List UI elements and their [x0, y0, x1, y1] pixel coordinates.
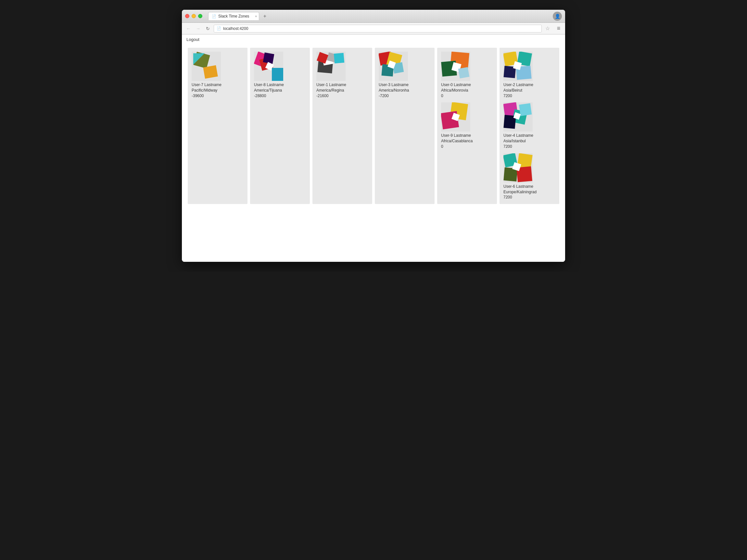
- user-card-user3: User-3 Lastname America/Noronha -7200: [379, 52, 431, 98]
- user-info-user9: User-9 Lastname Africa/Casablanca 0: [441, 133, 493, 149]
- user-card-user4: User-4 Lastname Asia/Istanbul 7200: [504, 102, 556, 149]
- user-offset-user8: -28800: [254, 93, 306, 99]
- time-column-2: User-1 Lastname America/Regina -21600: [312, 48, 372, 204]
- tab-favicon-icon: 📄: [212, 14, 216, 19]
- user-name-user2: User-2 Lastname: [504, 82, 556, 88]
- user-avatar-user2: [504, 52, 533, 81]
- user-card-user7: User-7 Lastname Pacific/Midway -39600: [191, 52, 243, 98]
- user-info-user6: User-6 Lastname Europe/Kaliningrad 7200: [504, 184, 556, 200]
- time-column-3: User-3 Lastname America/Noronha -7200: [375, 48, 435, 204]
- user-timezone-user0: Africa/Monrovia: [441, 88, 493, 93]
- user-avatar-user3: [379, 52, 408, 81]
- time-column-1: User-8 Lastname America/Tijuana -28800: [250, 48, 310, 204]
- time-column-5: User-2 Lastname Asia/Beirut 7200: [499, 48, 559, 204]
- profile-icon[interactable]: 👤: [553, 12, 562, 21]
- svg-marker-9: [272, 68, 283, 81]
- user-timezone-user3: America/Noronha: [379, 88, 431, 93]
- user-offset-user4: 7200: [504, 144, 556, 149]
- browser-window: 📄 Slack Time Zones × + 👤 ← → ↻ 📄 localho…: [182, 10, 565, 262]
- logout-link[interactable]: Logout: [186, 37, 200, 42]
- svg-rect-7: [263, 53, 275, 64]
- traffic-lights: [185, 14, 202, 18]
- user-avatar-user4: [504, 102, 533, 131]
- address-text: localhost:4200: [223, 26, 248, 31]
- user-card-user9: User-9 Lastname Africa/Casablanca 0: [441, 102, 493, 149]
- back-button[interactable]: ←: [184, 25, 192, 32]
- refresh-button[interactable]: ↻: [204, 25, 212, 32]
- user-timezone-user6: Europe/Kaliningrad: [504, 189, 556, 195]
- active-tab[interactable]: 📄 Slack Time Zones ×: [208, 12, 259, 20]
- user-info-user7: User-7 Lastname Pacific/Midway -39600: [191, 82, 243, 98]
- time-column-0: User-7 Lastname Pacific/Midway -39600: [188, 48, 248, 204]
- user-info-user1: User-1 Lastname America/Regina -21600: [316, 82, 368, 98]
- user-card-user1: User-1 Lastname America/Regina -21600: [316, 52, 368, 98]
- bookmark-button[interactable]: ☆: [544, 25, 551, 32]
- users-grid: User-7 Lastname Pacific/Midway -39600: [182, 45, 565, 207]
- user-info-user8: User-8 Lastname America/Tijuana -28800: [254, 82, 306, 98]
- user-offset-user1: -21600: [316, 93, 368, 99]
- user-timezone-user2: Asia/Beirut: [504, 88, 556, 93]
- address-bar: ← → ↻ 📄 localhost:4200 ☆ ≡: [182, 23, 565, 34]
- user-offset-user0: 0: [441, 93, 493, 99]
- user-name-user6: User-6 Lastname: [504, 184, 556, 189]
- svg-rect-26: [458, 67, 470, 79]
- user-offset-user7: -39600: [191, 93, 243, 99]
- user-name-user9: User-9 Lastname: [441, 133, 493, 138]
- user-info-user0: User-0 Lastname Africa/Monrovia 0: [441, 82, 493, 98]
- user-avatar-user6: [504, 153, 533, 182]
- tab-title: Slack Time Zones: [218, 14, 249, 19]
- user-name-user0: User-0 Lastname: [441, 82, 493, 88]
- user-card-user6: User-6 Lastname Europe/Kaliningrad 7200: [504, 153, 556, 200]
- user-timezone-user7: Pacific/Midway: [191, 88, 243, 93]
- user-card-user8: User-8 Lastname America/Tijuana -28800: [254, 52, 306, 98]
- user-timezone-user8: America/Tijuana: [254, 88, 306, 93]
- user-timezone-user1: America/Regina: [316, 88, 368, 93]
- user-offset-user2: 7200: [504, 93, 556, 99]
- user-offset-user6: 7200: [504, 195, 556, 200]
- user-timezone-user4: Asia/Istanbul: [504, 138, 556, 144]
- svg-rect-41: [519, 103, 532, 116]
- user-avatar-user7: [191, 52, 221, 81]
- user-avatar-user1: [316, 52, 345, 81]
- new-tab-button[interactable]: +: [260, 12, 269, 21]
- logout-bar: Logout: [182, 34, 565, 45]
- user-name-user4: User-4 Lastname: [504, 133, 556, 138]
- tab-bar: 📄 Slack Time Zones × +: [208, 12, 550, 21]
- user-timezone-user9: Africa/Casablanca: [441, 138, 493, 144]
- page-content: Logout: [182, 34, 565, 262]
- close-button[interactable]: [185, 14, 189, 18]
- menu-button[interactable]: ≡: [555, 25, 563, 32]
- user-offset-user9: 0: [441, 144, 493, 149]
- time-column-4: User-0 Lastname Africa/Monrovia 0: [437, 48, 497, 204]
- user-avatar-user0: [441, 52, 470, 81]
- user-card-user0: User-0 Lastname Africa/Monrovia 0: [441, 52, 493, 98]
- user-name-user1: User-1 Lastname: [316, 82, 368, 88]
- user-info-user4: User-4 Lastname Asia/Istanbul 7200: [504, 133, 556, 149]
- address-input[interactable]: 📄 localhost:4200: [214, 25, 542, 32]
- user-name-user7: User-7 Lastname: [191, 82, 243, 88]
- title-bar: 📄 Slack Time Zones × + 👤: [182, 10, 565, 23]
- tab-close-button[interactable]: ×: [255, 14, 257, 18]
- user-offset-user3: -7200: [379, 93, 431, 99]
- user-avatar-user8: [254, 52, 283, 81]
- forward-button[interactable]: →: [194, 25, 202, 32]
- svg-rect-3: [203, 65, 217, 79]
- minimize-button[interactable]: [191, 14, 196, 18]
- svg-rect-14: [334, 53, 344, 63]
- maximize-button[interactable]: [198, 14, 202, 18]
- user-info-user3: User-3 Lastname America/Noronha -7200: [379, 82, 431, 98]
- user-name-user3: User-3 Lastname: [379, 82, 431, 88]
- user-name-user8: User-8 Lastname: [254, 82, 306, 88]
- user-avatar-user9: [441, 102, 470, 131]
- user-info-user2: User-2 Lastname Asia/Beirut 7200: [504, 82, 556, 98]
- user-card-user2: User-2 Lastname Asia/Beirut 7200: [504, 52, 556, 98]
